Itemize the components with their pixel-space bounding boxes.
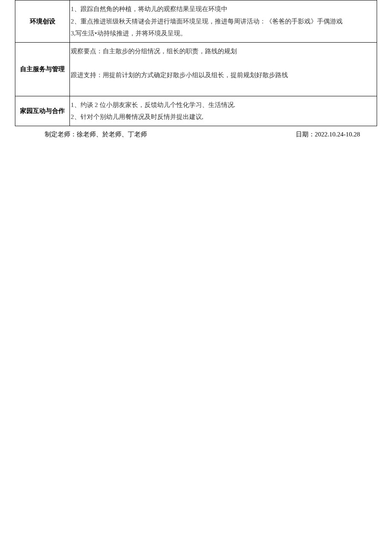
teachers-label: 制定老师：	[45, 131, 77, 138]
row-line: 2、针对个别幼儿用餐情况及时反情并提出建议,	[71, 111, 375, 123]
row-line: 观察要点：自主散步的分组情况，组长的职责，路线的规划	[71, 45, 375, 58]
row-header-self: 自主服务与管理	[15, 42, 70, 96]
blank-line	[71, 81, 375, 93]
document-page: 环境创设 1、跟踪自然角的种植，将幼儿的观察结果呈现在环境中 2、重点推进班级秋…	[0, 0, 392, 139]
blank-line	[71, 57, 375, 69]
date-value: 2022.10.24-10.28	[315, 131, 360, 138]
footer: 制定老师：徐老师、於老师、丁老师 日期：2022.10.24-10.28	[15, 130, 377, 139]
row-header-label: 自主服务与管理	[20, 65, 65, 72]
row-body-home: 1、约谈 2 位小朋友家长，反馈幼儿个性化学习、生活情况. 2、针对个别幼儿用餐…	[70, 96, 377, 126]
footer-teachers: 制定老师：徐老师、於老师、丁老师	[45, 130, 147, 139]
row-line: 2、重点推进班级秋天猜谜会并进行墙面环境呈现，推进每周讲活动：《爸爸的手影戏》手…	[71, 15, 375, 28]
table-row: 环境创设 1、跟踪自然角的种植，将幼儿的观察结果呈现在环境中 2、重点推进班级秋…	[15, 0, 377, 43]
table-row: 自主服务与管理 观察要点：自主散步的分组情况，组长的职责，路线的规划 跟进支持：…	[15, 42, 377, 96]
row-line: 1、跟踪自然角的种植，将幼儿的观察结果呈现在环境中	[71, 3, 375, 15]
row-line: 3,写生活•动持续推进，并将环境及呈现。	[71, 27, 375, 40]
row-line: 跟进支持：用提前计划的方式确定好散步小组以及组长，提前规划好散步路线	[71, 69, 375, 81]
row-body-self: 观察要点：自主散步的分组情况，组长的职责，路线的规划 跟进支持：用提前计划的方式…	[70, 42, 377, 96]
row-header-env: 环境创设	[15, 0, 70, 43]
row-header-label: 家园互动与合作	[20, 107, 65, 114]
row-header-home: 家园互动与合作	[15, 96, 70, 126]
row-body-env: 1、跟踪自然角的种植，将幼儿的观察结果呈现在环境中 2、重点推进班级秋天猜谜会并…	[70, 0, 377, 43]
date-label: 日期：	[296, 131, 315, 138]
row-line: 1、约谈 2 位小朋友家长，反馈幼儿个性化学习、生活情况.	[71, 99, 375, 111]
row-header-label: 环境创设	[30, 17, 55, 25]
table-row: 家园互动与合作 1、约谈 2 位小朋友家长，反馈幼儿个性化学习、生活情况. 2、…	[15, 96, 377, 126]
footer-date: 日期：2022.10.24-10.28	[296, 130, 360, 139]
plan-table: 环境创设 1、跟踪自然角的种植，将幼儿的观察结果呈现在环境中 2、重点推进班级秋…	[15, 0, 377, 126]
teachers-value: 徐老师、於老师、丁老师	[77, 131, 147, 138]
